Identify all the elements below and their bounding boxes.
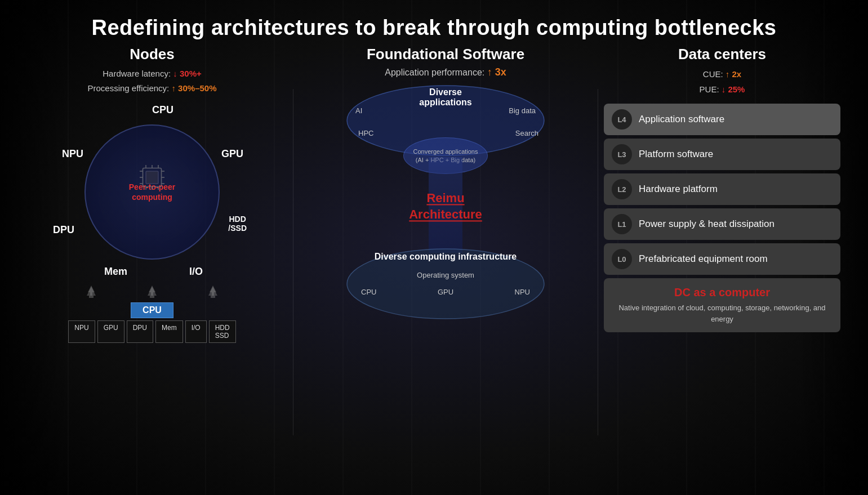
data-centers-column: Data centers CUE: ↑ 2x PUE: ↓ 25% L4 App… xyxy=(604,46,840,479)
node-cpu: CPU xyxy=(152,104,173,116)
sub-gpu: GPU xyxy=(97,320,124,343)
dc-metrics: CUE: ↑ 2x PUE: ↓ 25% xyxy=(700,66,745,97)
app-perf-label: Application performance: xyxy=(385,68,484,77)
cpu-bar-section: CPU NPU GPU DPU Mem I/O HDDSSD xyxy=(68,302,235,343)
foundational-title: Foundational Software xyxy=(367,46,524,63)
layer-l2-label: Hardware platform xyxy=(639,184,718,195)
pue-label: PUE: xyxy=(700,84,719,94)
node-hdd: HDD/SSD xyxy=(228,215,247,233)
three-columns: Nodes Hardware latency: ↓ 30%+ Processin… xyxy=(0,46,868,479)
layer-l1-label: Power supply & heat dissipation xyxy=(639,218,774,230)
item-os: Operating system xyxy=(417,271,474,279)
arrow-1 xyxy=(83,284,99,301)
item-gpu-bottom: GPU xyxy=(438,288,453,296)
layer-l2-item: L2 Hardware platform xyxy=(604,173,840,205)
item-ai: AI xyxy=(355,106,362,115)
dc-computer-desc: Native integration of cloud, computing, … xyxy=(612,302,833,324)
item-cpu-bottom: CPU xyxy=(361,288,376,296)
divider-mid-right xyxy=(598,89,598,435)
cpu-sub-row: NPU GPU DPU Mem I/O HDDSSD xyxy=(68,320,235,343)
app-perf-val: ↑ 3x xyxy=(487,66,506,78)
pue-val: ↓ 25% xyxy=(722,84,745,94)
layer-l4-badge: L4 xyxy=(612,109,632,130)
node-diagram: Peer-to-peercomputing xyxy=(45,102,259,282)
sub-dpu: DPU xyxy=(127,320,153,343)
node-gpu: GPU xyxy=(221,148,243,160)
nodes-metrics: Hardware latency: ↓ 30%+ Processing effi… xyxy=(87,66,216,95)
arrow-3 xyxy=(205,284,221,301)
layer-l0-badge: L0 xyxy=(612,249,632,269)
diverse-apps-title: Diverseapplications xyxy=(344,87,547,108)
sub-io: I/O xyxy=(185,320,207,343)
main-content: Redefining architectures to break throug… xyxy=(0,0,868,495)
node-io: I/O xyxy=(189,266,203,278)
layer-list: L4 Application software L3 Platform soft… xyxy=(604,104,840,275)
page-title: Redefining architectures to break throug… xyxy=(0,0,868,46)
cpu-icon xyxy=(137,162,168,193)
cpu-bar: CPU xyxy=(131,302,173,318)
data-centers-title: Data centers xyxy=(678,46,766,63)
reimu-architecture-label: ReimuArchitecture xyxy=(409,191,482,223)
divider-left-mid xyxy=(293,89,293,435)
nodes-title: Nodes xyxy=(130,46,174,63)
item-bigdata: Big data xyxy=(509,106,536,115)
sub-hdd: HDDSSD xyxy=(209,320,236,343)
layer-l0-label: Prefabricated equipment room xyxy=(639,253,768,265)
metric2-label: Processing efficiency: xyxy=(87,83,169,93)
metric1-value: ↓ 30%+ xyxy=(173,69,201,78)
layer-l2-badge: L2 xyxy=(612,179,632,199)
layer-l3-badge: L3 xyxy=(612,144,632,164)
funnel-diagram: Diverseapplications AI Big data HPC Sear… xyxy=(322,84,569,320)
layer-l0-item: L0 Prefabricated equipment room xyxy=(604,243,840,275)
sub-npu: NPU xyxy=(68,320,95,343)
nodes-column: Nodes Hardware latency: ↓ 30%+ Processin… xyxy=(17,46,287,479)
layer-l1-item: L1 Power supply & heat dissipation xyxy=(604,208,840,240)
layer-l4-label: Application software xyxy=(639,114,724,125)
cue-label: CUE: xyxy=(703,69,723,79)
diverse-computing-oval: Diverse computing infrastructure Operati… xyxy=(344,247,547,320)
metric1-label: Hardware latency: xyxy=(103,69,171,78)
dc-computer-box: DC as a computer Native integration of c… xyxy=(604,278,840,332)
metric2-value: ↑ 30%–50% xyxy=(171,83,216,93)
node-mem: Mem xyxy=(104,266,127,278)
arrow-2 xyxy=(144,284,160,301)
sub-mem: Mem xyxy=(155,320,183,343)
item-hpc: HPC xyxy=(358,129,373,137)
item-npu-bottom: NPU xyxy=(515,288,530,296)
diverse-computing-title: Diverse computing infrastructure xyxy=(344,252,547,262)
item-search: Search xyxy=(515,129,538,137)
layer-l3-label: Platform software xyxy=(639,149,713,160)
foundational-software-column: Foundational Software Application perfor… xyxy=(299,46,592,479)
layer-l1-badge: L1 xyxy=(612,214,632,234)
layer-l4-item: L4 Application software xyxy=(604,104,840,135)
cue-val: ↑ 2x xyxy=(725,69,741,79)
arrows-row xyxy=(83,284,221,301)
node-npu: NPU xyxy=(62,148,83,160)
app-performance: Application performance: ↑ 3x xyxy=(385,66,506,78)
node-dpu: DPU xyxy=(53,224,74,236)
svg-rect-1 xyxy=(146,171,158,184)
dc-computer-title: DC as a computer xyxy=(612,286,833,299)
layer-l3-item: L3 Platform software xyxy=(604,139,840,170)
